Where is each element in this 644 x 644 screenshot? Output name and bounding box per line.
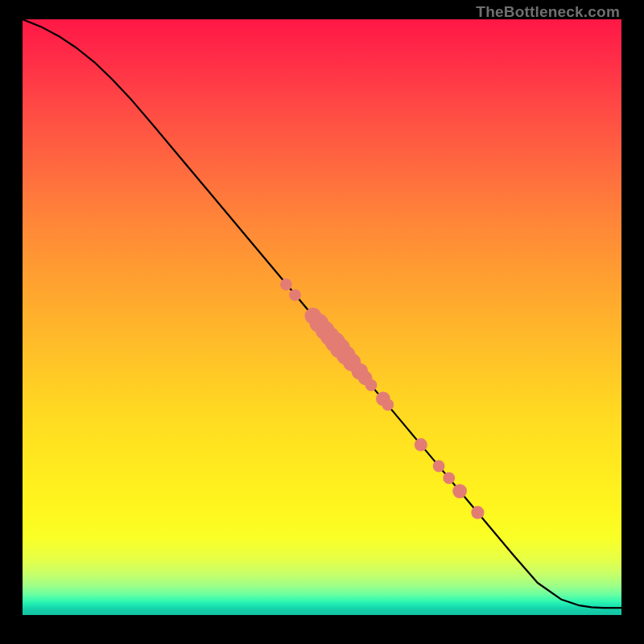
data-point xyxy=(365,379,378,391)
data-point xyxy=(289,289,301,301)
data-point xyxy=(443,472,455,484)
curve-line xyxy=(23,19,621,608)
chart-stage: TheBottleneck.com xyxy=(0,0,644,644)
data-point xyxy=(280,279,292,291)
watermark-text: TheBottleneck.com xyxy=(476,3,620,21)
data-point xyxy=(471,506,484,519)
data-point xyxy=(433,460,445,473)
data-point xyxy=(382,398,394,411)
plot-area xyxy=(23,19,621,615)
data-point xyxy=(415,438,427,451)
chart-overlay xyxy=(23,19,621,615)
data-point xyxy=(452,484,467,498)
